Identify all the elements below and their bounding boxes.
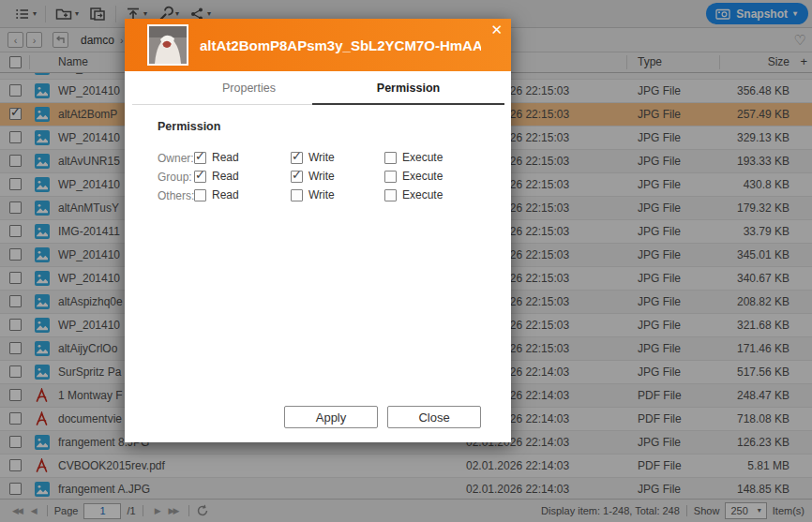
tab-permission[interactable]: Permission — [312, 71, 504, 105]
permission-owner-label: Owner: — [158, 152, 194, 165]
read-checkbox[interactable] — [194, 171, 206, 183]
thumbnail-image — [149, 26, 187, 64]
permission-option-label: Write — [308, 188, 335, 201]
permission-cell: Execute — [384, 188, 443, 201]
permission-owner-label: Others: — [158, 189, 194, 202]
permission-option-label: Read — [212, 151, 239, 164]
permission-row: Group:ReadWriteExecute — [158, 169, 486, 187]
dialog-tabs: Properties Permission — [125, 71, 511, 105]
permission-option-label: Write — [308, 170, 335, 183]
active-tab-underline — [312, 103, 504, 105]
permission-grid: Owner:ReadWriteExecuteGroup:ReadWriteExe… — [158, 150, 486, 206]
permission-cell: Read — [194, 170, 239, 183]
file-manager-app: ▾ ▾ ▾ — [0, 0, 812, 522]
close-icon[interactable]: ✕ — [490, 22, 503, 38]
file-properties-dialog: altAt2BomP8APsm3y_SbL2YCM7O-HmAA3DJotF1.… — [125, 19, 511, 442]
read-checkbox[interactable] — [194, 152, 206, 164]
permission-cell: Read — [194, 188, 239, 201]
write-checkbox[interactable] — [291, 189, 303, 201]
close-button[interactable]: Close — [387, 406, 481, 428]
permission-cell: Write — [291, 188, 335, 201]
permission-cell: Write — [291, 151, 335, 164]
permission-cell: Execute — [384, 170, 443, 183]
permission-owner-label: Group: — [158, 171, 192, 184]
permission-option-label: Execute — [402, 170, 443, 183]
apply-button[interactable]: Apply — [284, 406, 378, 428]
write-checkbox[interactable] — [291, 152, 303, 164]
dialog-header: altAt2BomP8APsm3y_SbL2YCM7O-HmAA3DJotF1.… — [125, 19, 511, 71]
dialog-title: altAt2BomP8APsm3y_SbL2YCM7O-HmAA3DJotF1.… — [200, 19, 481, 71]
permission-section-title: Permission — [158, 120, 220, 133]
write-checkbox[interactable] — [291, 171, 303, 183]
permission-cell: Execute — [384, 151, 443, 164]
execute-checkbox[interactable] — [384, 152, 397, 164]
permission-cell: Read — [194, 151, 239, 164]
permission-row: Owner:ReadWriteExecute — [158, 150, 486, 169]
permission-option-label: Execute — [402, 188, 443, 201]
permission-option-label: Read — [212, 170, 239, 183]
execute-checkbox[interactable] — [384, 171, 397, 183]
permission-option-label: Execute — [402, 151, 443, 164]
permission-row: Others:ReadWriteExecute — [158, 187, 486, 206]
permission-option-label: Write — [308, 151, 335, 164]
permission-cell: Write — [291, 170, 335, 183]
read-checkbox[interactable] — [194, 189, 206, 201]
permission-option-label: Read — [212, 188, 239, 201]
execute-checkbox[interactable] — [384, 189, 397, 201]
file-thumbnail — [147, 24, 188, 66]
